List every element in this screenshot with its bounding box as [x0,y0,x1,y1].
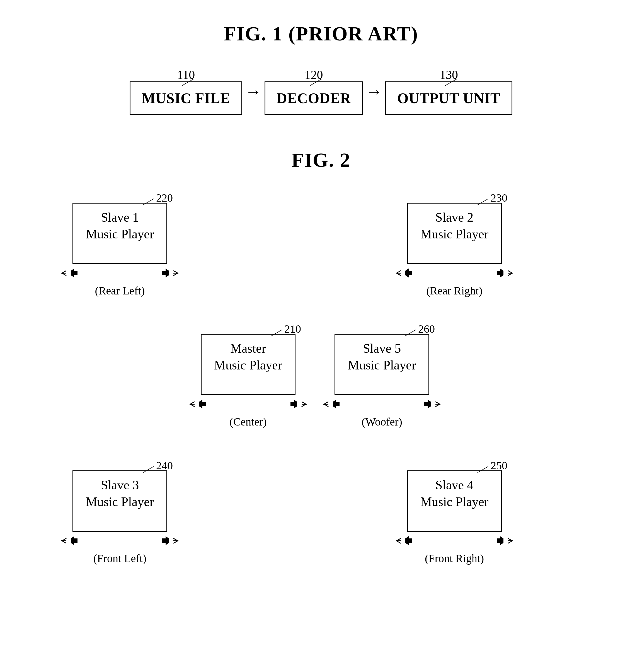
svg-rect-11 [291,402,294,406]
speaker-icon-left-240 [68,533,84,548]
svg-rect-23 [497,538,500,543]
svg-rect-19 [162,538,166,543]
svg-marker-20 [405,536,409,545]
ref-label-240: 240 [142,459,173,472]
ref-label-260: 260 [404,322,435,335]
speaker-right-240 [156,533,178,548]
speaker-icon-right-250 [491,533,506,548]
speakers-240 [61,533,178,548]
svg-rect-17 [74,538,77,543]
svg-rect-1 [74,271,77,275]
svg-rect-15 [424,402,428,406]
player-box-220: Slave 1Music Player [73,203,167,264]
player-box-260: Slave 5Music Player [335,334,429,395]
fig1-block-decoder: 120 DECODER [265,68,363,115]
rays-left-220 [61,270,66,276]
speaker-icon-left-220 [68,265,84,281]
rays-right-220 [174,270,178,276]
speaker-right-250 [491,533,513,548]
player-210: 210 MasterMusic Player [190,322,307,428]
speaker-icon-left-210 [196,396,212,412]
arrow-2: → [366,82,383,101]
svg-marker-14 [428,400,431,408]
player-220: 220 Slave 1Music Player [61,191,178,297]
svg-marker-22 [500,536,503,545]
svg-marker-4 [405,268,409,277]
svg-marker-10 [294,400,297,408]
fig1-block-output: 130 OUTPUT UNIT [385,68,512,115]
speakers-250 [396,533,513,548]
ref-label-220: 220 [142,191,173,204]
fig1-block-music-file: 110 MUSIC FILE [130,68,242,115]
speaker-icon-left-250 [402,533,418,548]
svg-rect-9 [202,402,206,406]
speaker-icon-right-210 [284,396,300,412]
speaker-icon-right-220 [156,265,172,281]
caption-260: (Woofer) [362,415,402,428]
arrow-1: → [245,82,262,101]
speaker-icon-left-260 [330,396,346,412]
fig2-title: FIG. 2 [0,149,642,172]
speaker-left-220 [61,265,84,281]
svg-rect-21 [409,538,412,543]
svg-marker-16 [71,536,74,545]
speaker-icon-right-240 [156,533,172,548]
speaker-icon-right-260 [418,396,434,412]
player-250: 250 Slave 4Music Player [396,459,513,565]
speaker-right-260 [418,396,440,412]
speakers-220 [61,265,178,281]
caption-210: (Center) [229,415,267,428]
player-box-250: Slave 4Music Player [407,470,502,532]
svg-rect-7 [497,271,500,275]
player-box-230: Slave 2Music Player [407,203,502,264]
svg-rect-5 [409,271,412,275]
speaker-left-260 [323,396,346,412]
svg-rect-13 [336,402,339,406]
decoder-box: DECODER [265,81,363,115]
speaker-icon-left-230 [402,265,418,281]
speakers-230 [396,265,513,281]
svg-marker-2 [166,268,169,277]
svg-marker-12 [333,400,336,408]
speaker-left-230 [396,265,418,281]
speaker-left-240 [61,533,84,548]
speaker-left-250 [396,533,418,548]
speakers-210 [190,396,307,412]
svg-marker-0 [71,268,74,277]
svg-marker-8 [199,400,202,408]
player-230: 230 Slave 2Music Player [396,191,513,297]
speaker-icon-right-230 [491,265,506,281]
speakers-260 [323,396,440,412]
player-box-240: Slave 3Music Player [73,470,167,532]
svg-marker-6 [500,268,503,277]
caption-220: (Rear Left) [95,284,145,297]
ref-label-250: 250 [477,459,508,472]
output-box: OUTPUT UNIT [385,81,512,115]
caption-240: (Front Left) [93,552,146,565]
player-box-210: MasterMusic Player [201,334,295,395]
speaker-right-210 [284,396,307,412]
fig1-title: FIG. 1 (PRIOR ART) [0,0,642,46]
ref-label-230: 230 [477,191,508,204]
svg-marker-18 [166,536,169,545]
player-260: 260 Slave 5Music Player [323,322,440,428]
speaker-right-230 [491,265,513,281]
player-240: 240 Slave 3Music Player [61,459,178,565]
speaker-left-210 [190,396,212,412]
caption-250: (Front Right) [425,552,484,565]
ref-label-210: 210 [270,322,301,335]
fig1-diagram: 110 MUSIC FILE → 120 DECODER → 130 OUTPU… [0,68,642,115]
fig2-diagram: 220 Slave 1Music Player [0,189,642,635]
caption-230: (Rear Right) [426,284,482,297]
speaker-right-220 [156,265,178,281]
svg-rect-3 [162,271,166,275]
music-file-box: MUSIC FILE [130,81,242,115]
